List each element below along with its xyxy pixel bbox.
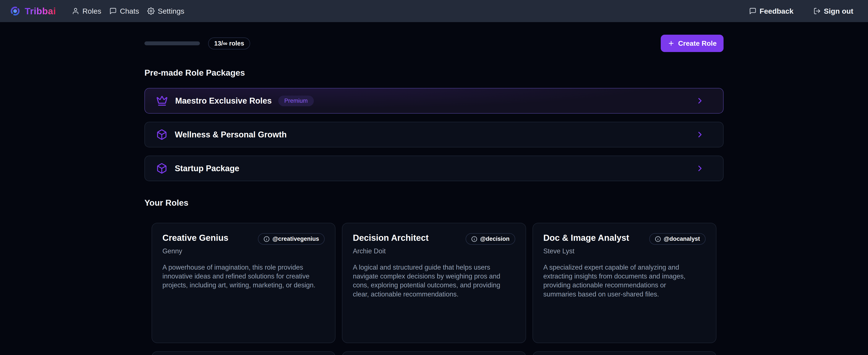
chevron-right-icon[interactable] xyxy=(695,96,705,105)
package-list: Maestro Exclusive Roles Premium Wellness… xyxy=(145,88,723,181)
roles-usage-progressbar xyxy=(145,41,200,45)
role-title: Creative Genius xyxy=(162,233,228,243)
role-handle-badge[interactable]: @creativegenius xyxy=(258,233,324,245)
nav-label: Feedback xyxy=(760,7,794,16)
partial-role-card[interactable] xyxy=(532,351,716,355)
role-subtitle: Steve Lyst xyxy=(544,247,706,255)
packages-heading: Pre-made Role Packages xyxy=(145,68,723,78)
main-content: 13/∞ roles Create Role Pre-made Role Pac… xyxy=(145,35,723,355)
role-card-decision-architect[interactable]: Decision Architect @decision Archie Doit… xyxy=(342,223,526,343)
feedback-bubble-icon xyxy=(749,7,756,15)
package-box-icon xyxy=(156,129,167,140)
sign-out-icon xyxy=(813,7,821,15)
nav-label: Settings xyxy=(158,7,184,16)
primary-nav: Roles Chats Settings xyxy=(72,7,184,16)
roles-toolbar: 13/∞ roles Create Role xyxy=(145,35,723,52)
package-title: Startup Package xyxy=(175,164,239,173)
package-title: Maestro Exclusive Roles xyxy=(175,96,272,106)
package-row-wellness[interactable]: Wellness & Personal Growth xyxy=(145,122,723,147)
nav-label: Roles xyxy=(82,7,101,16)
role-subtitle: Genny xyxy=(162,247,324,255)
partial-role-card[interactable] xyxy=(342,351,526,355)
role-handle-badge[interactable]: @docanalyst xyxy=(649,233,706,245)
your-roles-heading: Your Roles xyxy=(145,198,723,208)
secondary-nav: Feedback Sign out xyxy=(749,7,853,16)
tribbai-swirl-icon xyxy=(10,6,20,16)
nav-label: Chats xyxy=(120,7,139,16)
info-icon xyxy=(655,236,661,242)
user-icon xyxy=(72,7,79,15)
package-title: Wellness & Personal Growth xyxy=(175,130,287,139)
plus-icon xyxy=(668,40,675,47)
feedback-button[interactable]: Feedback xyxy=(749,7,794,16)
role-description: A specialized expert capable of analyzin… xyxy=(544,263,698,299)
card-header: Creative Genius @creativegenius xyxy=(162,233,324,245)
roles-grid: Creative Genius @creativegenius Genny A … xyxy=(145,223,723,355)
package-box-icon xyxy=(156,163,167,174)
role-title: Decision Architect xyxy=(353,233,429,243)
role-card-creative-genius[interactable]: Creative Genius @creativegenius Genny A … xyxy=(152,223,336,343)
create-role-button[interactable]: Create Role xyxy=(661,35,723,52)
gear-icon xyxy=(147,7,155,15)
role-handle: @decision xyxy=(480,236,509,242)
roles-count-badge: 13/∞ roles xyxy=(208,37,250,50)
package-row-startup[interactable]: Startup Package xyxy=(145,156,723,181)
nav-item-chats[interactable]: Chats xyxy=(110,7,139,16)
card-header: Doc & Image Analyst @docanalyst xyxy=(544,233,706,245)
premium-badge: Premium xyxy=(278,96,314,106)
nav-item-roles[interactable]: Roles xyxy=(72,7,101,16)
sign-out-button[interactable]: Sign out xyxy=(813,7,853,16)
chat-bubble-icon xyxy=(110,7,117,15)
info-icon xyxy=(471,236,477,242)
card-header: Decision Architect @decision xyxy=(353,233,515,245)
role-subtitle: Archie Doit xyxy=(353,247,515,255)
brand-logo[interactable]: Tribbai xyxy=(10,6,56,17)
role-handle: @creativegenius xyxy=(273,236,319,242)
info-icon xyxy=(264,236,270,242)
create-role-label: Create Role xyxy=(678,39,717,48)
role-handle-badge[interactable]: @decision xyxy=(466,233,515,245)
top-navbar: Tribbai Roles Chats xyxy=(0,0,868,22)
role-card-doc-image-analyst[interactable]: Doc & Image Analyst @docanalyst Steve Ly… xyxy=(532,223,716,343)
partial-role-card[interactable] xyxy=(152,351,336,355)
role-description: A logical and structured guide that help… xyxy=(353,263,508,299)
chevron-right-icon[interactable] xyxy=(695,164,705,173)
brand-name: Tribbai xyxy=(25,6,56,17)
package-row-maestro[interactable]: Maestro Exclusive Roles Premium xyxy=(145,88,723,114)
nav-label: Sign out xyxy=(824,7,853,16)
chevron-right-icon[interactable] xyxy=(695,130,705,139)
role-handle: @docanalyst xyxy=(664,236,700,242)
crown-icon xyxy=(156,95,168,107)
nav-item-settings[interactable]: Settings xyxy=(147,7,184,16)
role-description: A powerhouse of imagination, this role p… xyxy=(162,263,317,290)
role-title: Doc & Image Analyst xyxy=(544,233,629,243)
